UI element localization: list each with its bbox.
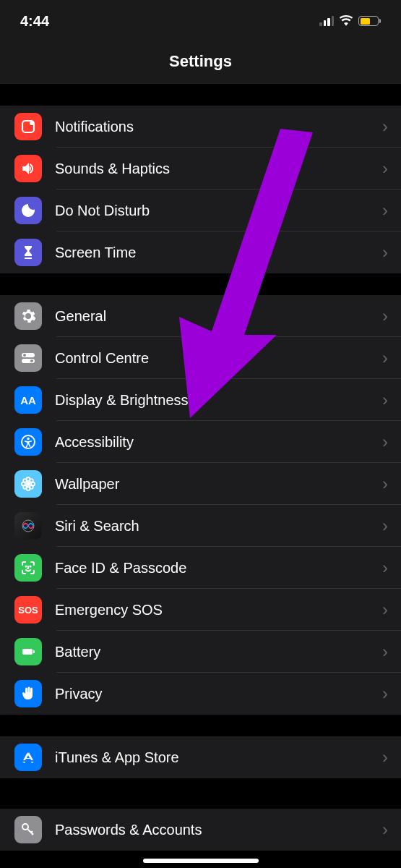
- row-battery[interactable]: Battery ›: [0, 631, 401, 673]
- moon-icon: [14, 197, 42, 224]
- row-controlcentre[interactable]: Control Centre ›: [0, 337, 401, 379]
- chevron-right-icon: ›: [382, 642, 388, 662]
- svg-point-18: [25, 566, 26, 566]
- row-dnd[interactable]: Do Not Disturb ›: [0, 190, 401, 231]
- svg-point-5: [30, 359, 33, 362]
- chevron-right-icon: ›: [382, 684, 388, 704]
- gear-icon: [14, 302, 42, 330]
- cellular-signal-icon: [319, 16, 334, 26]
- svg-point-3: [23, 354, 26, 357]
- siri-icon: [14, 512, 42, 540]
- svg-point-1: [30, 121, 34, 125]
- svg-point-13: [23, 479, 27, 482]
- row-sounds[interactable]: Sounds & Haptics ›: [0, 148, 401, 190]
- row-label: General: [55, 308, 382, 325]
- toggles-icon: [14, 344, 42, 372]
- section-general: General › Control Centre › AA Display & …: [0, 295, 401, 715]
- accessibility-icon: [14, 428, 42, 456]
- row-label: Siri & Search: [55, 518, 382, 535]
- section-gap: [0, 778, 401, 809]
- hourglass-icon: [14, 239, 42, 266]
- row-screentime[interactable]: Screen Time ›: [0, 231, 401, 273]
- status-time: 4:44: [20, 13, 49, 30]
- row-label: Accessibility: [55, 434, 382, 451]
- chevron-right-icon: ›: [382, 242, 388, 263]
- chevron-right-icon: ›: [382, 558, 388, 578]
- row-label: Notifications: [55, 119, 382, 135]
- text-size-icon: AA: [14, 386, 42, 414]
- chevron-right-icon: ›: [382, 474, 388, 494]
- row-label: Privacy: [55, 686, 382, 702]
- section-passwords: Passwords & Accounts ›: [0, 809, 401, 851]
- key-icon: [14, 816, 42, 843]
- section-gap: [0, 715, 401, 736]
- svg-point-22: [22, 824, 28, 830]
- chevron-right-icon: ›: [382, 516, 388, 536]
- row-itunes[interactable]: iTunes & App Store ›: [0, 736, 401, 778]
- flower-icon: [14, 470, 42, 498]
- row-general[interactable]: General ›: [0, 295, 401, 337]
- sounds-icon: [14, 155, 42, 182]
- row-faceid[interactable]: Face ID & Passcode ›: [0, 547, 401, 589]
- page-title: Settings: [169, 52, 232, 71]
- chevron-right-icon: ›: [382, 747, 388, 767]
- svg-point-14: [30, 479, 33, 482]
- chevron-right-icon: ›: [382, 306, 388, 326]
- wifi-icon: [339, 14, 353, 28]
- chevron-right-icon: ›: [382, 158, 388, 179]
- svg-point-8: [26, 482, 30, 486]
- svg-point-16: [30, 485, 33, 489]
- row-label: Do Not Disturb: [55, 203, 382, 219]
- nav-header: Settings: [0, 39, 401, 84]
- row-label: Emergency SOS: [55, 602, 382, 618]
- row-label: Sounds & Haptics: [55, 161, 382, 177]
- section-gap: [0, 84, 401, 106]
- section-notifications: Notifications › Sounds & Haptics › Do No…: [0, 106, 401, 273]
- battery-icon: [14, 638, 42, 665]
- chevron-right-icon: ›: [382, 390, 388, 410]
- svg-rect-20: [22, 649, 33, 655]
- row-siri[interactable]: Siri & Search ›: [0, 505, 401, 547]
- chevron-right-icon: ›: [382, 432, 388, 452]
- svg-point-7: [27, 438, 30, 441]
- chevron-right-icon: ›: [382, 200, 388, 221]
- chevron-right-icon: ›: [382, 116, 388, 137]
- sos-icon: SOS: [14, 596, 42, 624]
- row-label: Passwords & Accounts: [55, 822, 382, 838]
- section-gap: [0, 273, 401, 295]
- row-accessibility[interactable]: Accessibility ›: [0, 421, 401, 463]
- row-label: Face ID & Passcode: [55, 560, 382, 576]
- row-sos[interactable]: SOS Emergency SOS ›: [0, 589, 401, 631]
- appstore-icon: [14, 744, 42, 771]
- row-label: Screen Time: [55, 244, 382, 261]
- row-privacy[interactable]: Privacy ›: [0, 673, 401, 715]
- row-label: Battery: [55, 644, 382, 660]
- row-label: Display & Brightness: [55, 392, 382, 409]
- status-icons: [319, 14, 381, 28]
- row-wallpaper[interactable]: Wallpaper ›: [0, 463, 401, 505]
- status-bar: 4:44: [0, 0, 401, 39]
- svg-point-15: [23, 485, 27, 489]
- svg-point-19: [30, 566, 30, 566]
- hand-icon: [14, 680, 42, 707]
- row-label: iTunes & App Store: [55, 749, 382, 766]
- battery-icon: [358, 16, 381, 26]
- section-store: iTunes & App Store ›: [0, 736, 401, 778]
- faceid-icon: [14, 554, 42, 582]
- chevron-right-icon: ›: [382, 820, 388, 840]
- row-label: Wallpaper: [55, 476, 382, 493]
- notifications-icon: [14, 113, 42, 140]
- home-indicator[interactable]: [143, 859, 259, 863]
- row-notifications[interactable]: Notifications ›: [0, 106, 401, 148]
- row-passwords[interactable]: Passwords & Accounts ›: [0, 809, 401, 851]
- chevron-right-icon: ›: [382, 600, 388, 620]
- row-label: Control Centre: [55, 350, 382, 367]
- row-display[interactable]: AA Display & Brightness ›: [0, 379, 401, 421]
- chevron-right-icon: ›: [382, 348, 388, 368]
- svg-rect-21: [33, 650, 35, 653]
